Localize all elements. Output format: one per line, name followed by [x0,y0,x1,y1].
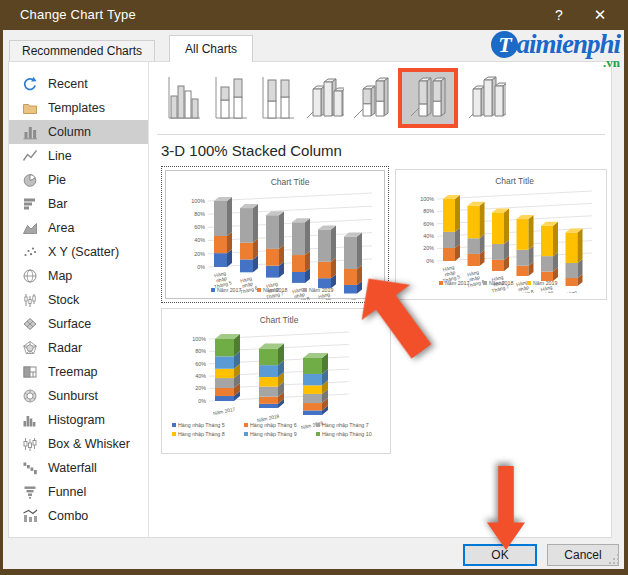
sidebar-item-label: Funnel [48,485,86,499]
sidebar-item-label: Stock [48,293,79,307]
svg-text:Hàng nhập Tháng 8: Hàng nhập Tháng 8 [178,431,225,437]
svg-text:HàngnhậpTháng 10: HàngnhậpTháng 10 [560,288,584,293]
stacked-column-icon [210,72,250,124]
subtype-clustered-column[interactable] [159,68,206,128]
svg-text:Hàng nhập Tháng 9: Hàng nhập Tháng 9 [250,431,297,437]
subtype-stacked-column[interactable] [206,68,253,128]
svg-text:100%: 100% [420,196,434,202]
sidebar-item-stock[interactable]: Stock [9,288,148,312]
sidebar-item-label: Box & Whisker [48,437,130,451]
sidebar-item-column[interactable]: Column [9,120,148,144]
svg-text:HàngnhậpTháng 8: HàngnhậpTháng 8 [289,286,311,300]
svg-text:100%: 100% [192,336,206,342]
sidebar-item-waterfall[interactable]: Waterfall [9,456,148,480]
svg-text:Năm 2017: Năm 2017 [217,287,241,293]
sidebar-item-label: Sunburst [48,389,98,403]
close-button[interactable]: ✕ [580,0,620,30]
svg-text:Hàng nhập Tháng 5: Hàng nhập Tháng 5 [178,422,225,428]
taimienphi-logo: T aimienphi .vn [491,31,620,69]
chart-preview-large-1[interactable]: Chart Title0%20%40%60%80%100%HàngnhậpThá… [161,166,389,303]
help-button[interactable]: ? [542,0,576,30]
chart-preview-large-3[interactable]: Chart Title0%20%40%60%80%100%Năm 2017Năm… [161,308,391,454]
line-icon [22,148,38,164]
sidebar-item-label: Column [48,125,91,139]
sidebar-item-label: Pie [48,173,66,187]
sidebar-item-label: Bar [48,197,67,211]
sidebar-item-combo[interactable]: Combo [9,504,148,528]
area-icon [22,220,38,236]
chart-preview-large-2[interactable]: Chart Title0%20%40%60%80%100%HàngnhậpThá… [395,169,607,300]
sidebar-item-pie[interactable]: Pie [9,168,148,192]
sidebar-item-box-whisker[interactable]: Box & Whisker [9,432,148,456]
sidebar-item-label: Map [48,269,72,283]
treemap-icon [22,364,38,380]
sidebar-item-histogram[interactable]: Histogram [9,408,148,432]
sidebar-item-surface[interactable]: Surface [9,312,148,336]
svg-text:Năm 2018: Năm 2018 [263,287,287,293]
sidebar-item-map[interactable]: Map [9,264,148,288]
sidebar-item-label: Line [48,149,72,163]
subtype-3d-column[interactable] [462,68,509,128]
close-icon: ✕ [594,6,607,24]
svg-text:Năm 2019: Năm 2019 [301,421,324,431]
sidebar-item-recent[interactable]: Recent [9,72,148,96]
sidebar-item-label: Waterfall [48,461,97,475]
svg-text:0%: 0% [197,264,205,270]
chart-preview-canvas: Chart Title0%20%40%60%80%100%Năm 2017Năm… [161,308,391,454]
subtype-3d-clustered-column[interactable] [300,68,347,128]
sidebar-item-label: Treemap [48,365,98,379]
svg-text:Chart Title: Chart Title [495,176,534,186]
3d-100-stacked-column-icon [408,72,448,124]
sidebar-item-label: X Y (Scatter) [48,245,119,259]
svg-text:Năm 2018: Năm 2018 [489,280,513,286]
svg-text:Năm 2019: Năm 2019 [309,287,333,293]
stock-icon [22,292,38,308]
svg-text:0%: 0% [426,258,434,264]
chart-type-sidebar: RecentTemplatesColumnLinePieBarAreaX Y (… [9,62,149,537]
scatter-icon [22,244,38,260]
logo-name: aimienphi [516,31,620,58]
svg-text:40%: 40% [194,237,205,243]
svg-text:Chart Title: Chart Title [260,315,299,325]
sidebar-item-funnel[interactable]: Funnel [9,480,148,504]
svg-text:Năm 2019: Năm 2019 [533,280,557,286]
svg-text:20%: 20% [423,245,434,251]
3d-column-icon [466,72,506,124]
svg-text:80%: 80% [423,208,434,214]
sidebar-item-label: Surface [48,317,91,331]
sidebar-item-bar[interactable]: Bar [9,192,148,216]
svg-text:Hàng nhập Tháng 6: Hàng nhập Tháng 6 [250,422,297,428]
resize-grip[interactable] [608,553,621,566]
sunburst-icon [22,388,38,404]
logo-t-icon: T [491,31,518,58]
sidebar-item-label: Histogram [48,413,105,427]
chart-preview-canvas: Chart Title0%20%40%60%80%100%HàngnhậpThá… [395,169,607,300]
sidebar-item-templates[interactable]: Templates [9,96,148,120]
bar-icon [22,196,38,212]
svg-text:HàngnhậpTháng 8: HàngnhậpTháng 8 [513,279,535,293]
100-stacked-column-icon [257,72,297,124]
separator [157,134,605,135]
title-bar[interactable]: Change Chart Type ? ✕ [0,0,628,30]
sidebar-item-label: Radar [48,341,82,355]
svg-text:0%: 0% [198,398,206,404]
sidebar-item-sunburst[interactable]: Sunburst [9,384,148,408]
subtype-icon-row [159,68,509,128]
sidebar-item-radar[interactable]: Radar [9,336,148,360]
subtype-3d-stacked-column[interactable] [347,68,394,128]
subtype-3d-100-stacked-column[interactable] [398,68,458,128]
svg-text:Chart Title: Chart Title [271,177,310,187]
funnel-icon [22,484,38,500]
tab-all-charts[interactable]: All Charts [169,35,253,62]
sidebar-item-x-y-scatter-[interactable]: X Y (Scatter) [9,240,148,264]
sidebar-item-treemap[interactable]: Treemap [9,360,148,384]
templates-icon [22,100,38,116]
sidebar-item-area[interactable]: Area [9,216,148,240]
sidebar-item-line[interactable]: Line [9,144,148,168]
svg-text:60%: 60% [194,224,205,230]
tab-recommended-charts[interactable]: Recommended Charts [9,40,155,61]
3d-clustered-column-icon [304,72,344,124]
sidebar-item-label: Combo [48,509,88,523]
svg-text:Hàng nhập Tháng 7: Hàng nhập Tháng 7 [322,422,369,428]
subtype-100-stacked-column[interactable] [253,68,300,128]
